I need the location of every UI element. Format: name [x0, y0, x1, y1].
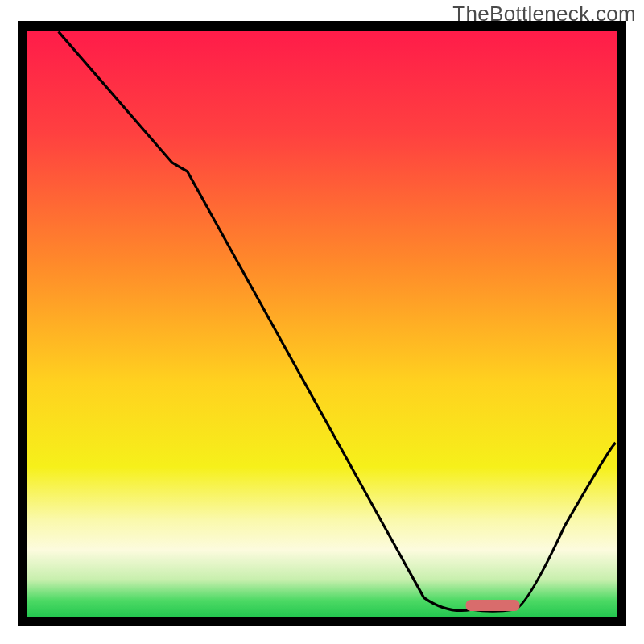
heat-gradient: [23, 26, 621, 621]
optimal-range-marker: [466, 600, 520, 611]
watermark-text: TheBottleneck.com: [452, 2, 636, 27]
bottleneck-plot: [0, 0, 644, 644]
chart-frame: TheBottleneck.com: [0, 0, 644, 644]
